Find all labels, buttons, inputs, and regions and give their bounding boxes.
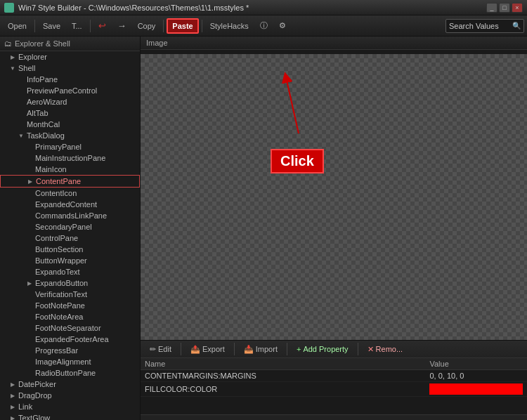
tree-label-textglow: TextGlow — [17, 413, 51, 420]
col-name-header: Name — [141, 358, 425, 370]
tree-toggle-contentpane[interactable]: ▶ — [26, 177, 34, 185]
edit-button[interactable]: ✏ Edit — [143, 342, 178, 356]
tree-toggle-taskdialog[interactable]: ▼ — [17, 131, 25, 140]
tree-toggle-datepicker[interactable]: ▶ — [8, 380, 17, 388]
minimize-button[interactable]: _ — [486, 3, 497, 13]
copy-button[interactable]: Copy — [133, 18, 161, 34]
tree-toggle-textglow[interactable]: ▶ — [8, 414, 17, 420]
info-button[interactable]: ⓘ — [255, 18, 273, 34]
toolbar-separator-4 — [202, 20, 202, 32]
tree-toggle-dragdrop[interactable]: ▶ — [8, 391, 17, 400]
add-icon: + — [297, 345, 301, 353]
save-button[interactable]: Save — [38, 18, 65, 34]
bottom-separator-4 — [358, 343, 358, 355]
tree-item-radiobuttonpane[interactable]: RadioButtonPane — [0, 367, 140, 379]
tree-item-contenticon[interactable]: ContentIcon — [0, 188, 140, 199]
click-arrow — [278, 70, 362, 140]
tree-item-datepicker[interactable]: ▶DatePicker — [0, 379, 140, 390]
svg-line-0 — [286, 77, 299, 133]
tree-item-footnoteseparator[interactable]: FootNoteSeparator — [0, 322, 140, 334]
table-row[interactable]: FILLCOLOR:COLOR — [141, 382, 527, 397]
bottom-separator-3 — [287, 343, 287, 355]
bottom-separator-1 — [181, 343, 181, 355]
redo-button[interactable]: → — [112, 18, 131, 34]
tree-item-verificationtext[interactable]: VerificationText — [0, 289, 140, 300]
stylehacks-button[interactable]: StyleHacks — [205, 18, 254, 34]
tree-item-dragdrop[interactable]: ▶DragDrop — [0, 390, 140, 401]
tree-item-imagealignment[interactable]: ImageAlignment — [0, 356, 140, 367]
tree-item-commandslinkpane[interactable]: CommandsLinkPane — [0, 210, 140, 221]
tree-toggle-link[interactable]: ▶ — [8, 402, 17, 411]
preview-area: Image Click — [141, 37, 527, 340]
tree-label-dragdrop: DragDrop — [17, 391, 53, 400]
tree-label-taskdialog: TaskDialog — [25, 131, 66, 140]
tree-item-primarypanel[interactable]: PrimaryPanel — [0, 141, 140, 152]
tree-item-buttonwrapper[interactable]: ButtonWrapper — [0, 255, 140, 266]
tree-item-expandedcontent[interactable]: ExpandedContent — [0, 199, 140, 210]
bottom-separator-2 — [234, 343, 235, 355]
tree-item-footnotepane[interactable]: FootNotePane — [0, 300, 140, 311]
tree-item-aerowizard[interactable]: AeroWizard — [0, 96, 140, 107]
props-tbody: CONTENTMARGINS:MARGINS0, 0, 10, 0FILLCOL… — [141, 370, 527, 397]
app-icon — [4, 3, 14, 13]
tree-item-link[interactable]: ▶Link — [0, 401, 140, 412]
t-button[interactable]: T... — [67, 18, 87, 34]
export-button[interactable]: 📤 Export — [184, 342, 231, 356]
tree-item-expandobutton[interactable]: ▶ExpandoButton — [0, 277, 140, 289]
table-row[interactable]: CONTENTMARGINS:MARGINS0, 0, 10, 0 — [141, 370, 527, 382]
open-button[interactable]: Open — [3, 18, 32, 34]
tree-item-alttab[interactable]: AltTab — [0, 107, 140, 119]
tree-item-contentpane[interactable]: ▶ContentPane — [0, 175, 140, 188]
horizontal-scrollbar[interactable] — [141, 414, 527, 420]
tree-item-progressbar[interactable]: ProgressBar — [0, 345, 140, 356]
tree-toggle-expandobutton[interactable]: ▶ — [25, 279, 34, 287]
tree-item-taskdialog[interactable]: ▼TaskDialog — [0, 130, 140, 141]
tree-label-expandedfooterarea: ExpandedFooterArea — [34, 334, 110, 344]
tree-item-footnotearea[interactable]: FootNoteArea — [0, 311, 140, 322]
tree-item-previewpanecontrol[interactable]: PreviewPaneControl — [0, 85, 140, 96]
panel-icon: 🗂 — [4, 39, 12, 48]
tree-item-expandedfooterarea[interactable]: ExpandedFooterArea — [0, 334, 140, 345]
tree-toggle-explorer[interactable]: ▶ — [8, 53, 17, 61]
tree-item-explorer[interactable]: ▶Explorer — [0, 51, 140, 63]
search-input[interactable] — [449, 22, 512, 30]
tree-item-mainicon[interactable]: MainIcon — [0, 164, 140, 175]
undo-button[interactable]: ↩ — [93, 18, 111, 34]
tree-item-secondarypanel[interactable]: SecondaryPanel — [0, 221, 140, 232]
tree-item-shell[interactable]: ▼Shell — [0, 63, 140, 74]
settings-button[interactable]: ⚙ — [274, 18, 291, 34]
tree-label-maininstructionpane: MainInstructionPane — [34, 153, 107, 163]
tree-item-controlpane[interactable]: ControlPane — [0, 232, 140, 244]
toolbar-separator-3 — [163, 20, 164, 32]
tree-item-monthcal[interactable]: MonthCal — [0, 119, 140, 130]
search-button[interactable]: 🔍 — [512, 22, 521, 29]
tree-label-radiobuttonpane: RadioButtonPane — [34, 368, 97, 378]
search-box: 🔍 — [445, 19, 524, 33]
tree-label-controlpane: ControlPane — [34, 233, 79, 243]
tree-label-link: Link — [17, 402, 34, 412]
tree-label-imagealignment: ImageAlignment — [34, 357, 93, 367]
tree-label-commandslinkpane: CommandsLinkPane — [34, 211, 108, 221]
title-bar-text: Win7 Style Builder - C:\Windows\Resource… — [18, 4, 486, 12]
tree-label-aerowizard: AeroWizard — [25, 97, 68, 107]
tree-item-buttonsection[interactable]: ButtonSection — [0, 244, 140, 255]
title-bar-buttons: _ □ × — [486, 3, 523, 13]
import-button[interactable]: 📥 Import — [238, 342, 284, 356]
click-label: Click — [271, 149, 324, 173]
tree-item-infopane[interactable]: InfoPane — [0, 74, 140, 85]
close-button[interactable]: × — [512, 3, 523, 13]
add-property-button[interactable]: + Add Property — [290, 342, 355, 356]
tree-item-expandotext[interactable]: ExpandoText — [0, 266, 140, 277]
tree-container: ▶Explorer▼ShellInfoPanePreviewPaneContro… — [0, 51, 140, 420]
tree-toggle-shell[interactable]: ▼ — [8, 64, 17, 72]
props-panel: Name Value CONTENTMARGINS:MARGINS0, 0, 1… — [141, 358, 527, 414]
tree-item-textglow[interactable]: ▶TextGlow — [0, 412, 140, 420]
remove-property-button[interactable]: ✕ Remo... — [361, 342, 410, 356]
maximize-button[interactable]: □ — [499, 3, 510, 13]
tree-item-maininstructionpane[interactable]: MainInstructionPane — [0, 152, 140, 164]
paste-button[interactable]: Paste — [167, 18, 198, 34]
tree-label-progressbar: ProgressBar — [34, 346, 79, 355]
tree-label-contentpane: ContentPane — [34, 176, 82, 186]
tree-label-previewpanecontrol: PreviewPaneControl — [25, 86, 98, 96]
tree-label-footnotepane: FootNotePane — [34, 301, 86, 310]
